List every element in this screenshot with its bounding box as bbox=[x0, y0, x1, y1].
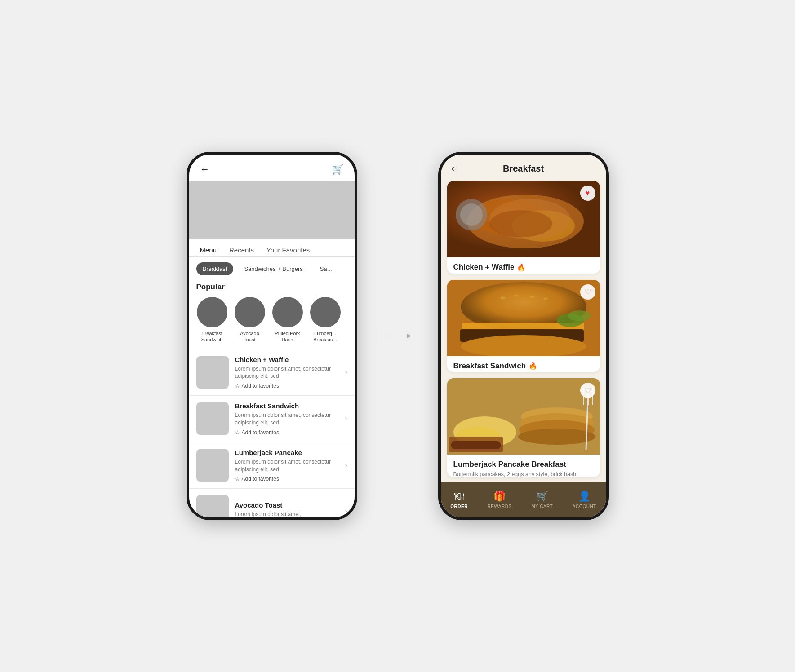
tab-recents[interactable]: Recents bbox=[226, 243, 258, 256]
svg-point-20 bbox=[568, 310, 591, 321]
food-card-name-0: Chicken + Waffle 🔥 bbox=[453, 263, 594, 272]
chicken-waffle-image bbox=[447, 181, 600, 257]
menu-row-0[interactable]: Chicken + Waffle Lorem ipsum dolor sit a… bbox=[189, 349, 355, 396]
menu-info-3: Avocado Toast Lorem ipsum dolor sit amet… bbox=[235, 501, 339, 517]
nav-order-label: ORDER bbox=[450, 504, 468, 509]
left-top-bar: ← 🛒 bbox=[189, 155, 355, 181]
popular-label-0: BreakfastSandwich bbox=[196, 330, 228, 343]
popular-item-2[interactable]: Pulled PorkHash bbox=[272, 297, 303, 343]
popular-item-0[interactable]: BreakfastSandwich bbox=[196, 297, 228, 343]
menu-list: Chicken + Waffle Lorem ipsum dolor sit a… bbox=[189, 349, 355, 517]
right-phone: ‹ Breakfast bbox=[438, 152, 609, 520]
popular-image-0 bbox=[197, 297, 227, 327]
popular-image-1 bbox=[235, 297, 265, 327]
pill-sandwiches[interactable]: Sandwiches + Burgers bbox=[238, 262, 309, 275]
food-card-2[interactable]: ♡ Lumberjack Pancake Breakfast Buttermil… bbox=[447, 378, 600, 477]
menu-thumb-0 bbox=[196, 356, 229, 389]
svg-point-9 bbox=[489, 210, 552, 237]
food-card-name-2: Lumberjack Pancake Breakfast bbox=[453, 460, 594, 469]
svg-point-18 bbox=[543, 297, 548, 300]
menu-arrow-2[interactable]: › bbox=[345, 461, 347, 469]
nav-account-label: ACCOUNT bbox=[573, 504, 596, 509]
fire-icon-0: 🔥 bbox=[517, 263, 526, 272]
food-card-body-0: Chicken + Waffle 🔥 Freshly-made waffle w… bbox=[447, 257, 600, 274]
menu-arrow-0[interactable]: › bbox=[345, 368, 347, 376]
back-button-right[interactable]: ‹ bbox=[452, 163, 455, 175]
transition-arrow bbox=[384, 332, 411, 340]
cart-icon[interactable]: 🛒 bbox=[332, 164, 344, 175]
nav-order[interactable]: 🍽 ORDER bbox=[450, 491, 468, 509]
add-fav-2[interactable]: ☆ Add to favorites bbox=[235, 476, 339, 482]
menu-thumb-2 bbox=[196, 449, 229, 482]
scene: ← 🛒 Menu Recents Your Favorites Breakfas… bbox=[169, 134, 627, 538]
menu-info-2: Lumberjack Pancake Lorem ipsum dolor sit… bbox=[235, 449, 339, 482]
category-pills: Breakfast Sandwiches + Burgers Sa... bbox=[189, 257, 355, 281]
breakfast-sandwich-image bbox=[447, 280, 600, 356]
add-fav-label-1: Add to favorites bbox=[242, 429, 279, 436]
order-icon: 🍽 bbox=[454, 491, 464, 502]
add-fav-1[interactable]: ☆ Add to favorites bbox=[235, 429, 339, 436]
star-icon-2: ☆ bbox=[235, 476, 240, 482]
food-card-desc-2: Buttermilk pancakes, 2 eggs any style, b… bbox=[453, 471, 594, 477]
menu-info-0: Chicken + Waffle Lorem ipsum dolor sit a… bbox=[235, 356, 339, 389]
svg-marker-1 bbox=[407, 334, 411, 338]
rewards-icon: 🎁 bbox=[493, 491, 506, 502]
food-card-0[interactable]: ♥ Chicken + Waffle 🔥 Freshly-made waffle… bbox=[447, 181, 600, 274]
fire-icon-1: 🔥 bbox=[529, 362, 537, 370]
popular-scroll: BreakfastSandwich AvocadoToast Pulled Po… bbox=[189, 295, 355, 349]
nav-cart[interactable]: 🛒 MY CART bbox=[531, 491, 553, 509]
menu-row-1[interactable]: Breakfast Sandwich Lorem ipsum dolor sit… bbox=[189, 396, 355, 442]
tab-favorites[interactable]: Your Favorites bbox=[263, 243, 313, 256]
add-fav-label-0: Add to favorites bbox=[242, 383, 279, 389]
menu-desc-2: Lorem ipsum dolor sit amet, consectetur … bbox=[235, 458, 339, 473]
nav-rewards[interactable]: 🎁 REWARDS bbox=[487, 491, 511, 509]
popular-label-3: Lumberj...Breakfas... bbox=[310, 330, 341, 343]
left-phone: ← 🛒 Menu Recents Your Favorites Breakfas… bbox=[187, 152, 357, 520]
nav-rewards-label: REWARDS bbox=[487, 504, 511, 509]
menu-info-1: Breakfast Sandwich Lorem ipsum dolor sit… bbox=[235, 402, 339, 436]
svg-rect-29 bbox=[451, 441, 501, 449]
menu-row-3[interactable]: Avocado Toast Lorem ipsum dolor sit amet… bbox=[189, 489, 355, 517]
popular-image-3 bbox=[310, 297, 341, 327]
star-icon-0: ☆ bbox=[235, 383, 240, 389]
svg-point-7 bbox=[460, 203, 483, 226]
popular-label-1: AvocadoToast bbox=[234, 330, 266, 343]
svg-point-17 bbox=[529, 296, 535, 298]
page-title: Breakfast bbox=[503, 164, 544, 174]
nav-cart-label: MY CART bbox=[531, 504, 553, 509]
food-card-1[interactable]: ♡ Breakfast Sandwich 🔥 Egg any style, ch… bbox=[447, 280, 600, 372]
menu-desc-0: Lorem ipsum dolor sit amet, consectetur … bbox=[235, 365, 339, 380]
heart-button-1[interactable]: ♡ bbox=[580, 284, 595, 300]
add-fav-0[interactable]: ☆ Add to favorites bbox=[235, 383, 339, 389]
menu-row-2[interactable]: Lumberjack Pancake Lorem ipsum dolor sit… bbox=[189, 442, 355, 489]
menu-name-0: Chicken + Waffle bbox=[235, 356, 339, 363]
popular-title: Popular bbox=[189, 281, 355, 295]
add-fav-label-2: Add to favorites bbox=[242, 476, 279, 482]
heart-button-0[interactable]: ♥ bbox=[580, 186, 595, 201]
svg-point-16 bbox=[514, 294, 519, 296]
back-button[interactable]: ← bbox=[200, 164, 210, 175]
menu-desc-3: Lorem ipsum dolor sit amet, bbox=[235, 511, 339, 517]
tab-menu[interactable]: Menu bbox=[196, 243, 221, 256]
menu-arrow-3[interactable]: › bbox=[345, 507, 347, 515]
popular-label-2: Pulled PorkHash bbox=[272, 330, 303, 343]
menu-name-2: Lumberjack Pancake bbox=[235, 449, 339, 456]
cart-nav-icon: 🛒 bbox=[536, 491, 548, 502]
food-cards-scroll: ♥ Chicken + Waffle 🔥 Freshly-made waffle… bbox=[441, 181, 606, 482]
menu-thumb-1 bbox=[196, 402, 229, 435]
menu-thumb-3 bbox=[196, 495, 229, 517]
menu-name-1: Breakfast Sandwich bbox=[235, 402, 339, 410]
popular-item-3[interactable]: Lumberj...Breakfas... bbox=[310, 297, 341, 343]
nav-account[interactable]: 👤 ACCOUNT bbox=[573, 491, 596, 509]
bottom-nav: 🍽 ORDER 🎁 REWARDS 🛒 MY CART 👤 ACCOUNT bbox=[441, 482, 606, 517]
food-card-img-2: ♡ bbox=[447, 378, 600, 455]
menu-arrow-1[interactable]: › bbox=[345, 415, 347, 423]
food-card-img-0: ♥ bbox=[447, 181, 600, 257]
pill-breakfast[interactable]: Breakfast bbox=[196, 262, 234, 275]
popular-item-1[interactable]: AvocadoToast bbox=[234, 297, 266, 343]
popular-image-2 bbox=[272, 297, 303, 327]
menu-desc-1: Lorem ipsum dolor sit amet, consectetur … bbox=[235, 411, 339, 427]
svg-point-15 bbox=[500, 296, 506, 299]
pill-salads[interactable]: Sa... bbox=[314, 262, 338, 275]
heart-button-2[interactable]: ♡ bbox=[580, 383, 595, 398]
